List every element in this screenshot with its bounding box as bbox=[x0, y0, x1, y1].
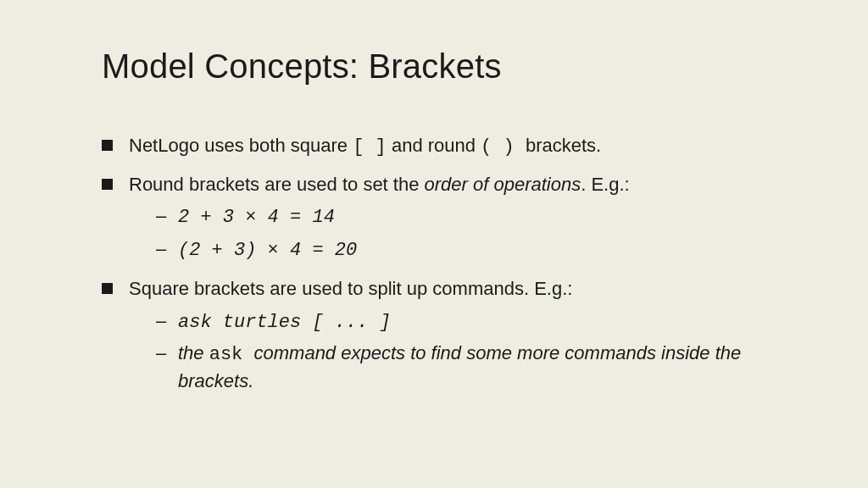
code-example: 2 + 3 × 4 = 14 bbox=[178, 207, 335, 228]
text-fragment: NetLogo uses both square bbox=[129, 135, 353, 156]
code-fragment: ask bbox=[209, 344, 254, 365]
text-fragment: Round brackets are used to set the bbox=[129, 174, 425, 195]
sub-item: the ask command expects to find some mor… bbox=[129, 341, 783, 395]
text-fragment: Square brackets are used to split up com… bbox=[129, 278, 572, 299]
emphasized-text: order of operations bbox=[425, 174, 581, 195]
bullet-item-2: Round brackets are used to set the order… bbox=[102, 172, 783, 264]
bullet-list: NetLogo uses both square [ ] and round (… bbox=[102, 133, 783, 395]
text-fragment: and round bbox=[387, 135, 481, 156]
sub-item: ask turtles [ ... ] bbox=[129, 308, 783, 336]
code-fragment: ( ) bbox=[481, 136, 526, 158]
sub-list: ask turtles [ ... ] the ask command expe… bbox=[129, 308, 783, 395]
sub-list: 2 + 3 × 4 = 14 (2 + 3) × 4 = 20 bbox=[129, 203, 783, 264]
text-fragment: command expects to find some more comman… bbox=[178, 342, 741, 391]
code-example: (2 + 3) × 4 = 20 bbox=[178, 240, 357, 261]
text-fragment: the bbox=[178, 342, 209, 363]
text-fragment: . E.g.: bbox=[581, 174, 629, 195]
code-example: ask turtles [ ... ] bbox=[178, 312, 391, 333]
bullet-item-1: NetLogo uses both square [ ] and round (… bbox=[102, 133, 783, 160]
sub-item: (2 + 3) × 4 = 20 bbox=[129, 236, 783, 264]
bullet-item-3: Square brackets are used to split up com… bbox=[102, 276, 783, 395]
slide-title: Model Concepts: Brackets bbox=[102, 47, 783, 86]
code-fragment: [ ] bbox=[353, 136, 387, 158]
text-fragment: brackets. bbox=[526, 135, 601, 156]
sub-item: 2 + 3 × 4 = 14 bbox=[129, 203, 783, 231]
